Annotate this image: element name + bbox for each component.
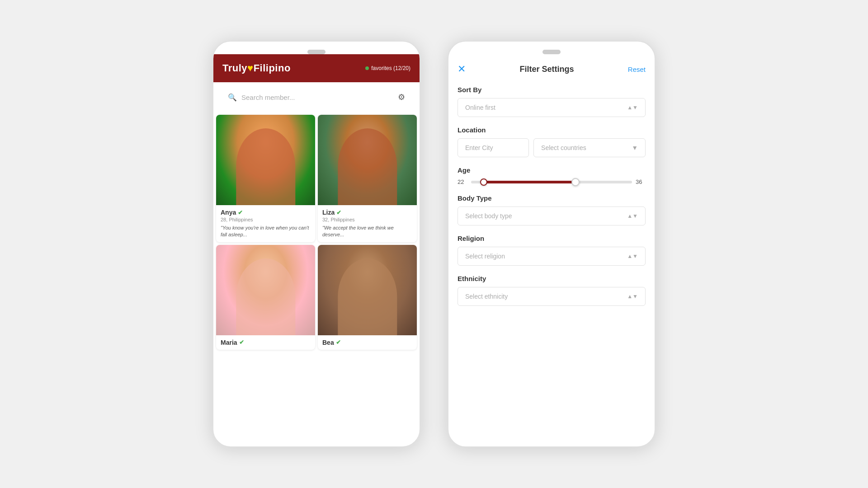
member-name-bea: Bea ✔ xyxy=(322,339,412,346)
logo-heart: ♥ xyxy=(247,62,254,74)
member-info-maria: Maria ✔ xyxy=(216,335,315,350)
slider-fill xyxy=(484,181,576,183)
city-placeholder: Enter City xyxy=(465,144,493,151)
phone-speaker-right xyxy=(542,50,561,54)
country-select[interactable]: Select countries ▼ xyxy=(533,138,646,157)
age-section: Age 22 36 xyxy=(458,166,646,185)
age-row: 22 36 xyxy=(458,178,646,185)
verified-bea: ✔ xyxy=(336,339,341,346)
sort-by-select[interactable]: Online first ▲▼ xyxy=(458,98,646,117)
location-label: Location xyxy=(458,126,646,134)
phone-speaker xyxy=(307,50,326,54)
location-section: Location Enter City Select countries ▼ xyxy=(458,126,646,157)
silhouette-bea xyxy=(338,258,397,335)
ethnicity-placeholder: Select ethnicity xyxy=(465,293,508,300)
slider-thumb-right[interactable] xyxy=(571,178,580,186)
ethnicity-arrows: ▲▼ xyxy=(627,293,638,300)
sort-by-arrows: ▲▼ xyxy=(627,104,638,111)
search-placeholder: Search member... xyxy=(241,94,393,101)
location-row: Enter City Select countries ▼ xyxy=(458,138,646,157)
member-card-maria[interactable]: Maria ✔ xyxy=(216,245,315,350)
age-min: 22 xyxy=(458,178,467,185)
city-input[interactable]: Enter City xyxy=(458,138,529,157)
body-type-label: Body Type xyxy=(458,194,646,202)
religion-arrows: ▲▼ xyxy=(627,253,638,259)
body-type-arrows: ▲▼ xyxy=(627,213,638,219)
body-type-section: Body Type Select body type ▲▼ xyxy=(458,194,646,225)
member-info-anya: Anya ✔ 28, Philippines "You know you're … xyxy=(216,205,315,242)
country-arrows: ▼ xyxy=(632,144,638,151)
religion-label: Religion xyxy=(458,235,646,242)
religion-section: Religion Select religion ▲▼ xyxy=(458,235,646,266)
member-quote-anya: "You know you're in love when you can't … xyxy=(221,225,311,239)
silhouette-maria xyxy=(236,258,295,335)
right-phone: ✕ Filter Settings Reset Sort By Online f… xyxy=(448,41,656,447)
sort-by-value: Online first xyxy=(465,104,495,111)
left-phone: Truly♥Filipino favorites (12/20) 🔍 Searc… xyxy=(212,41,420,447)
app-logo: Truly♥Filipino xyxy=(222,62,291,74)
member-card-anya[interactable]: Anya ✔ 28, Philippines "You know you're … xyxy=(216,115,315,242)
country-placeholder: Select countries xyxy=(541,144,586,151)
slider-thumb-left[interactable] xyxy=(480,178,487,186)
member-grid: Anya ✔ 28, Philippines "You know you're … xyxy=(213,112,420,352)
member-photo-maria xyxy=(216,245,315,335)
member-name-maria: Maria ✔ xyxy=(221,339,311,346)
member-info-liza: Liza ✔ 32, Philippines "We accept the lo… xyxy=(318,205,417,242)
sort-by-section: Sort By Online first ▲▼ xyxy=(458,86,646,117)
filter-header: ✕ Filter Settings Reset xyxy=(458,63,646,75)
age-label: Age xyxy=(458,166,646,174)
verified-maria: ✔ xyxy=(239,339,244,346)
verified-anya: ✔ xyxy=(238,209,243,216)
search-bar[interactable]: 🔍 Search member... ⚙ xyxy=(221,88,412,107)
body-type-placeholder: Select body type xyxy=(465,212,512,220)
silhouette-anya xyxy=(236,128,295,205)
member-photo-anya xyxy=(216,115,315,205)
silhouette-liza xyxy=(338,128,397,205)
member-photo-bea xyxy=(318,245,417,335)
religion-placeholder: Select religion xyxy=(465,253,505,260)
ethnicity-label: Ethnicity xyxy=(458,275,646,282)
member-photo-liza xyxy=(318,115,417,205)
filter-icon[interactable]: ⚙ xyxy=(398,92,405,102)
filter-title: Filter Settings xyxy=(519,65,574,74)
ethnicity-select[interactable]: Select ethnicity ▲▼ xyxy=(458,287,646,306)
ethnicity-section: Ethnicity Select ethnicity ▲▼ xyxy=(458,275,646,306)
reset-button[interactable]: Reset xyxy=(628,66,646,73)
favorites-label: favorites (12/20) xyxy=(371,65,410,71)
online-dot xyxy=(365,66,369,70)
member-info-bea: Bea ✔ xyxy=(318,335,417,350)
search-icon: 🔍 xyxy=(228,93,237,102)
age-slider[interactable] xyxy=(471,181,632,183)
member-meta-anya: 28, Philippines xyxy=(221,217,311,222)
member-name-anya: Anya ✔ xyxy=(221,209,311,216)
filter-container: ✕ Filter Settings Reset Sort By Online f… xyxy=(448,54,655,324)
member-card-liza[interactable]: Liza ✔ 32, Philippines "We accept the lo… xyxy=(318,115,417,242)
logo-truly: Truly xyxy=(222,62,247,74)
member-name-liza: Liza ✔ xyxy=(322,209,412,216)
age-max: 36 xyxy=(636,178,646,185)
verified-liza: ✔ xyxy=(336,209,341,216)
sort-by-label: Sort By xyxy=(458,86,646,94)
religion-select[interactable]: Select religion ▲▼ xyxy=(458,247,646,266)
body-type-select[interactable]: Select body type ▲▼ xyxy=(458,206,646,225)
member-card-bea[interactable]: Bea ✔ xyxy=(318,245,417,350)
member-meta-liza: 32, Philippines xyxy=(322,217,412,222)
member-quote-liza: "We accept the love we think we deserve.… xyxy=(322,225,412,239)
close-button[interactable]: ✕ xyxy=(458,63,466,75)
app-header: Truly♥Filipino favorites (12/20) xyxy=(213,54,420,82)
logo-filipino: Filipino xyxy=(254,62,291,74)
favorites-badge: favorites (12/20) xyxy=(365,65,410,71)
